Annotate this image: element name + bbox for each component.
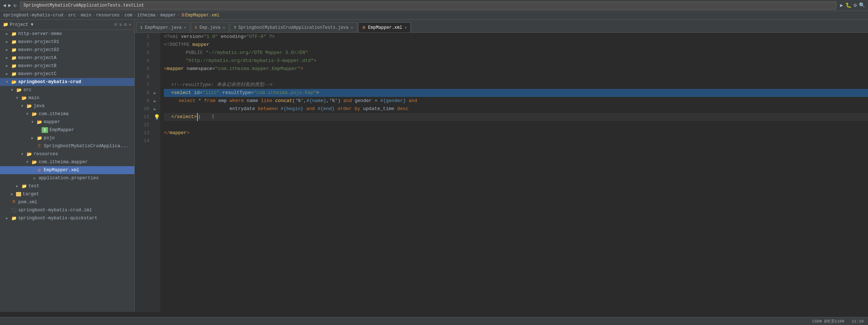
editor-content: 1 2 3 4 5 6 7 8 9 10 11 12 13 14 [135, 33, 868, 312]
code-line-7: <!--resultType: 单条记录所封装的类型 --> [164, 81, 868, 89]
toolbar-icons[interactable]: ◀ ▶ ↻ [3, 2, 16, 8]
item-label: pojo [44, 136, 55, 141]
breadcrumb-part-4[interactable]: resources [96, 13, 120, 18]
sidebar-item-springboot-app[interactable]: C SpringbootMybatisCrudApplica... [0, 142, 134, 150]
sort-icon[interactable]: ⇅ [119, 22, 122, 27]
sidebar-item-quickstart[interactable]: ▶ 📁 springboot-mybatis-quickstart [0, 214, 134, 222]
code-line-14 [164, 137, 868, 145]
code-line-12 [164, 121, 868, 129]
fold-arrow-8[interactable]: ▶ [154, 89, 156, 97]
sidebar-header-actions[interactable]: ⊟ ⇅ ⚙ ✕ [114, 22, 131, 27]
breadcrumb-part-6[interactable]: itheima [137, 13, 156, 18]
code-area[interactable]: <?xml version="1.0" encoding="UTF-8" ?> … [160, 33, 868, 312]
breadcrumb-filename[interactable]: EmpMapper.xml [185, 13, 220, 18]
code-line-4: "http://mybatis.org/dtd/mybatis-3-mapper… [164, 57, 868, 65]
item-label: com.itheima.mapper [39, 160, 88, 165]
breadcrumb-part-2[interactable]: src [68, 13, 76, 18]
sidebar-item-maven-projectA[interactable]: ▶ 📁 maven-projectA [0, 54, 134, 62]
tab-label: EmpMapper.xml [368, 25, 402, 30]
sidebar-item-main[interactable]: ▼ 📂 main [0, 94, 134, 102]
item-label: SpringbootMybatisCrudApplica... [44, 144, 129, 149]
tab-emp-java[interactable]: C Emp.java ✕ [191, 22, 229, 32]
folder-open-icon: 📂 [11, 79, 17, 85]
breadcrumb-part-3[interactable]: main [81, 13, 91, 18]
item-label: application.properties [39, 176, 99, 181]
sidebar-item-iml[interactable]: ⬛ springboot-mybatis-crud.iml [0, 206, 134, 214]
item-label: springboot-mybatis-crud [18, 79, 81, 85]
breadcrumb-part-5[interactable]: com [125, 13, 133, 18]
folder-icon: 📁 [11, 63, 17, 69]
tab-close-icon[interactable]: ✕ [223, 25, 225, 30]
sidebar-item-maven-projectB[interactable]: ▶ 📁 maven-projectB [0, 62, 134, 70]
close-sidebar-icon[interactable]: ✕ [129, 22, 131, 27]
sidebar-item-http-server-demo[interactable]: ▶ 📁 http-server-demo [0, 30, 134, 38]
code-line-10: entrydate between #{begin} and #{end} or… [164, 105, 868, 113]
sidebar-item-empmapper-xml[interactable]: 🗎 EmpMapper.xml [0, 166, 134, 174]
sidebar-item-target[interactable]: ▶ target [0, 190, 134, 198]
sidebar-item-mapper-folder[interactable]: ▼ 📂 mapper [0, 118, 134, 126]
tabs-bar: I EmpMapper.java ✕ C Emp.java ✕ T Spring… [135, 20, 868, 33]
item-label: EmpMapper.xml [44, 168, 79, 173]
tab-springboot-test[interactable]: T SpringbootMybatisCrudApplicationTests.… [230, 22, 357, 32]
sidebar-item-mapper-resources[interactable]: ▼ 📂 com.itheima.mapper [0, 158, 134, 166]
xml-icon: 🗎 [36, 167, 42, 173]
java-tab-icon: C [195, 26, 197, 30]
sidebar-item-com-itheima[interactable]: ▼ 📂 com.itheima [0, 110, 134, 118]
tab-label: Emp.java [200, 25, 221, 30]
collapse-all-icon[interactable]: ⊟ [114, 22, 117, 27]
code-line-6 [164, 73, 868, 81]
arrow-icon: ▶ [6, 40, 11, 44]
sidebar-item-empmapper-java[interactable]: I EmpMapper [0, 126, 134, 134]
refresh-icon[interactable]: ↻ [13, 2, 16, 8]
debug-icon[interactable]: 🐛 [845, 2, 852, 8]
item-label: http-server-demo [18, 31, 62, 36]
sidebar-item-resources[interactable]: ▼ 📂 resources [0, 150, 134, 158]
code-line-1: <?xml version="1.0" encoding="UTF-8" ?> [164, 33, 868, 41]
fold-arrow-9[interactable]: ▶ [154, 97, 156, 105]
breadcrumb-part-1[interactable]: springboot-mybatis-crud [3, 13, 63, 18]
sidebar-item-pom[interactable]: M pom.xml [0, 198, 134, 206]
code-line-3: PUBLIC "-//mybatis.org//DTD Mapper 3.0//… [164, 49, 868, 57]
search-icon[interactable]: 🔍 [859, 2, 865, 8]
tab-close-icon[interactable]: ✕ [404, 25, 407, 30]
sidebar-item-test[interactable]: ▶ 📁 test [0, 182, 134, 190]
gutter: ▶ ▶ ▶ 💡 [153, 33, 160, 312]
arrow-icon: ▶ [16, 184, 21, 188]
right-toolbar-icons[interactable]: ▶ 🐛 ⚙ 🔍 [840, 2, 865, 8]
address-bar[interactable]: SpringbootMybatisCrudApplicationTests.te… [20, 1, 836, 9]
folder-open-icon: 📂 [31, 111, 37, 117]
tab-close-icon[interactable]: ✕ [351, 25, 353, 30]
item-label: mapper [44, 120, 60, 125]
item-label: test [28, 184, 39, 189]
fold-arrow-10[interactable]: ▶ [154, 105, 156, 113]
folder-icon: 📁 [11, 39, 17, 45]
tab-label: EmpMapper.java [145, 25, 182, 30]
sidebar-item-maven-project02[interactable]: ▶ 📁 maven-project02 [0, 46, 134, 54]
sidebar-item-maven-project01[interactable]: ▶ 📁 maven-project01 [0, 38, 134, 46]
sidebar-header: 📁 Project ▼ ⊟ ⇅ ⚙ ✕ [0, 20, 134, 30]
settings-icon[interactable]: ⚙ [854, 2, 857, 8]
gear-icon[interactable]: ⚙ [124, 22, 127, 27]
tab-empmapper-xml[interactable]: 🗎 EmpMapper.xml ✕ [358, 22, 411, 32]
folder-icon: 📁 [11, 47, 17, 53]
sidebar-item-pojo[interactable]: ▶ 📁 pojo [0, 134, 134, 142]
tab-close-icon[interactable]: ✕ [184, 25, 186, 30]
sidebar-item-maven-projectC[interactable]: ▶ 📁 maven-projectC [0, 70, 134, 78]
sidebar-item-java[interactable]: ▼ 📂 java [0, 102, 134, 110]
sidebar-item-application-properties[interactable]: ⚙ application.properties [0, 174, 134, 182]
forward-icon[interactable]: ▶ [8, 2, 11, 8]
back-icon[interactable]: ◀ [3, 2, 6, 8]
run-icon[interactable]: ▶ [840, 2, 843, 8]
project-label: Project ▼ [10, 22, 34, 27]
item-label: EmpMapper [50, 128, 74, 133]
arrow-icon: ▼ [6, 80, 11, 84]
breadcrumb-part-7[interactable]: mapper [160, 13, 176, 18]
tab-empmapper-java[interactable]: I EmpMapper.java ✕ [136, 22, 190, 32]
code-line-5: < mapper namespace = "com.itheima.mapper… [164, 65, 868, 73]
item-label: resources [34, 152, 58, 157]
folder-icon: 📁 [11, 215, 17, 221]
folder-open-icon: 📂 [31, 159, 37, 165]
sidebar-item-springboot-mybatis-crud[interactable]: ▼ 📂 springboot-mybatis-crud [0, 78, 134, 86]
sidebar-item-src[interactable]: ▼ 📂 src [0, 86, 134, 94]
editor[interactable]: 1 2 3 4 5 6 7 8 9 10 11 12 13 14 [135, 33, 868, 312]
